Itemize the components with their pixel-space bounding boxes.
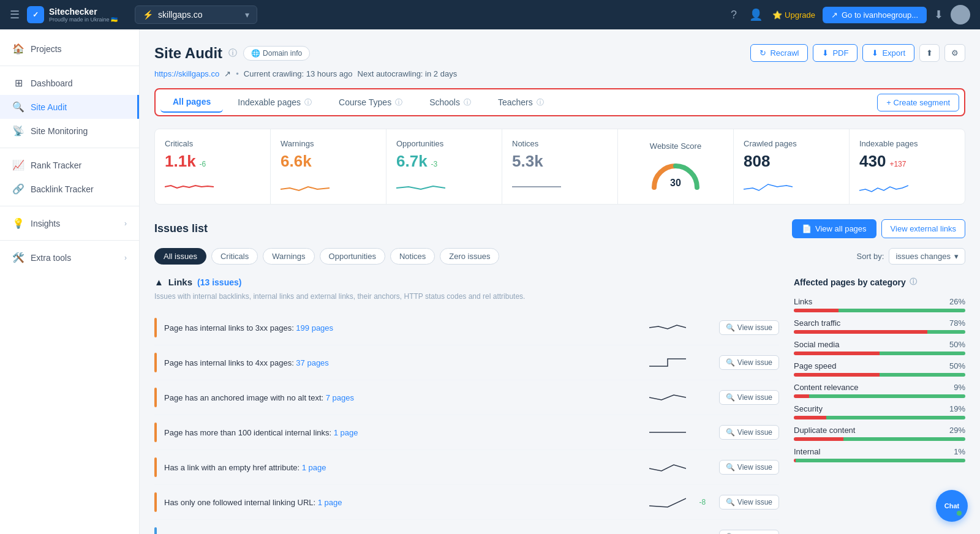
pdf-button[interactable]: ⬇ PDF <box>813 44 858 62</box>
mini-sparkline <box>649 389 686 406</box>
help-icon[interactable]: ? <box>728 6 739 24</box>
tools-icon: 🛠️ <box>12 252 24 263</box>
create-segment-button[interactable]: + Create segment <box>877 94 959 111</box>
svg-text:30: 30 <box>670 178 681 188</box>
crawl-info: https://skillgaps.co ↗ • Current crawlin… <box>154 69 965 78</box>
top-navigation: ☰ ✓ Sitechecker Proudly made in Ukraine … <box>0 0 980 29</box>
monitoring-icon: 📡 <box>12 125 24 137</box>
progress-bar <box>794 437 965 441</box>
sort-area: Sort by: issues changes ▾ <box>857 248 965 265</box>
mini-sparkline <box>649 354 686 371</box>
view-issue-button[interactable]: 🔍 View issue <box>719 460 779 475</box>
sidebar-label: Dashboard <box>31 78 73 88</box>
segment-tabs: All pages Indexable pages ⓘ Course Types… <box>154 88 965 116</box>
filter-opportunities[interactable]: Opportunities <box>320 248 385 265</box>
header-actions: ↻ Recrawl ⬇ PDF ⬇ Export ⬆ ⚙ <box>750 44 965 62</box>
sidebar-item-site-audit[interactable]: 🔍 Site Audit <box>0 95 139 119</box>
progress-fill-green <box>826 416 965 419</box>
domain-selector[interactable]: ⚡ skillgaps.co ▾ <box>135 6 257 24</box>
dashboard-icon: ⊞ <box>12 77 24 89</box>
links-section-header: ▲ Links (13 issues) <box>154 277 779 287</box>
tab-schools[interactable]: Schools ⓘ <box>417 92 483 113</box>
search-icon: 🔍 <box>726 358 735 367</box>
chat-online-dot <box>957 511 962 516</box>
avatar[interactable] <box>951 5 970 24</box>
download-icon[interactable]: ⬇ <box>934 8 943 21</box>
issue-row: Has only one followed internal linking U… <box>154 485 779 520</box>
sidebar-divider-4 <box>0 240 139 241</box>
sidebar-item-insights[interactable]: 💡 Insights › <box>0 211 139 235</box>
settings-button[interactable]: ⚙ <box>944 44 965 62</box>
sidebar-divider <box>0 66 139 66</box>
cat-label: Social media <box>794 340 839 349</box>
filter-notices[interactable]: Notices <box>390 248 435 265</box>
sidebar-item-site-monitoring[interactable]: 📡 Site Monitoring <box>0 119 139 143</box>
progress-bar <box>794 330 965 334</box>
tab-indexable-pages[interactable]: Indexable pages ⓘ <box>225 92 324 113</box>
logo: ✓ Sitechecker Proudly made in Ukraine 🇺🇦 <box>27 6 118 23</box>
view-external-links-button[interactable]: View external links <box>881 219 965 238</box>
issue-indicator <box>154 388 157 407</box>
category-row-duplicate-content: Duplicate content 29% <box>794 426 965 441</box>
rank-icon: 📈 <box>12 159 24 171</box>
view-issue-button[interactable]: 🔍 View issue <box>719 530 779 534</box>
filter-zero-issues[interactable]: Zero issues <box>440 248 499 265</box>
crawl-url-link[interactable]: https://skillgaps.co <box>154 69 219 78</box>
logo-text: Sitechecker Proudly made in Ukraine 🇺🇦 <box>49 7 118 23</box>
chat-button[interactable]: Chat <box>936 490 968 522</box>
star-icon: ⭐ <box>772 10 782 20</box>
issue-row: Page has less than 10 internal backlinks… <box>154 520 779 534</box>
progress-fill-green <box>809 394 965 398</box>
tab-course-types[interactable]: Course Types ⓘ <box>326 92 415 113</box>
view-all-pages-button[interactable]: 📄 View all pages <box>792 219 876 238</box>
next-crawl: Next autocrawling: in 2 days <box>358 69 458 78</box>
view-issue-button[interactable]: 🔍 View issue <box>719 495 779 510</box>
view-issue-button[interactable]: 🔍 View issue <box>719 355 779 370</box>
category-row-social-media: Social media 50% <box>794 340 965 355</box>
recrawl-button[interactable]: ↻ Recrawl <box>750 44 808 62</box>
share-button[interactable]: ⬆ <box>919 44 940 62</box>
upgrade-button[interactable]: ⭐ Upgrade <box>772 10 815 20</box>
export-button[interactable]: ⬇ Export <box>862 44 914 62</box>
sidebar-label: Site Audit <box>31 102 67 112</box>
info-icon-indexable: ⓘ <box>304 97 312 108</box>
user-icon[interactable]: 👤 <box>747 6 765 24</box>
view-issue-button[interactable]: 🔍 View issue <box>719 425 779 440</box>
category-row-page-speed: Page speed 50% <box>794 361 965 377</box>
sidebar-divider-3 <box>0 206 139 206</box>
go-to-cta-button[interactable]: ↗ Go to ivanhoegroup... <box>823 7 927 23</box>
section-count: (13 issues) <box>197 277 241 287</box>
warnings-sparkline <box>281 177 376 197</box>
filter-all-issues[interactable]: All issues <box>154 248 206 265</box>
sidebar-label: Backlink Tracker <box>31 184 94 194</box>
filter-warnings[interactable]: Warnings <box>263 248 314 265</box>
progress-fill-green <box>927 330 965 334</box>
tab-all-pages[interactable]: All pages <box>160 92 223 113</box>
filter-row: All issues Criticals Warnings Opportunit… <box>154 248 965 265</box>
tab-teachers[interactable]: Teachers ⓘ <box>486 92 556 113</box>
filter-pills: All issues Criticals Warnings Opportunit… <box>154 248 499 265</box>
hamburger-menu[interactable]: ☰ <box>10 8 20 21</box>
criticals-sparkline <box>165 177 260 197</box>
sort-select[interactable]: issues changes ▾ <box>889 248 965 265</box>
page-title-area: Site Audit ⓘ 🌐 Domain info <box>154 45 310 62</box>
chevron-down-icon: ▾ <box>245 10 249 20</box>
sidebar-item-backlink-tracker[interactable]: 🔗 Backlink Tracker <box>0 177 139 201</box>
sidebar-item-rank-tracker[interactable]: 📈 Rank Tracker <box>0 153 139 177</box>
sort-label: Sort by: <box>857 252 884 261</box>
site-audit-icon: 🔍 <box>12 101 24 113</box>
search-icon: 🔍 <box>726 463 735 472</box>
filter-criticals[interactable]: Criticals <box>211 248 258 265</box>
page-help-icon[interactable]: ⓘ <box>228 48 237 59</box>
view-issue-button[interactable]: 🔍 View issue <box>719 320 779 335</box>
metric-indexable-pages: Indexable pages 430 +137 <box>850 129 965 204</box>
sidebar-item-dashboard[interactable]: ⊞ Dashboard <box>0 71 139 95</box>
domain-info-button[interactable]: 🌐 Domain info <box>243 46 310 61</box>
sidebar-item-extra-tools[interactable]: 🛠️ Extra tools › <box>0 246 139 269</box>
mini-sparkline <box>649 459 686 476</box>
sidebar-item-projects[interactable]: 🏠 Projects <box>0 37 139 61</box>
section-title: Links <box>168 277 192 287</box>
notices-sparkline <box>512 177 608 197</box>
view-issue-button[interactable]: 🔍 View issue <box>719 390 779 405</box>
sidebar: 🏠 Projects ⊞ Dashboard 🔍 Site Audit 📡 Si… <box>0 29 140 534</box>
